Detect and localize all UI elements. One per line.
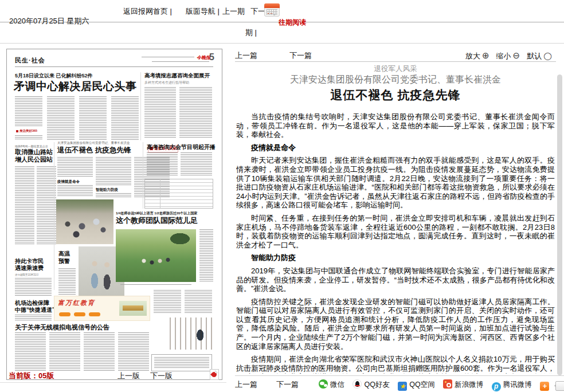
paragraph: 当抗击疫情的集结号吹响时，天津安达集团股份有限公司党委书记、董事长崔洪金闻令而动… <box>236 112 555 139</box>
share-label: 微信 <box>330 381 344 389</box>
calendar-icon[interactable] <box>264 3 280 17</box>
newsprint-text-lines <box>47 96 75 140</box>
thumb-a2-headline[interactable]: 高考填报志愿咨询全面展开 <box>144 72 210 80</box>
thumb-a3-headline[interactable]: 取消微山路站 增人民公园站 <box>15 148 53 163</box>
qzone-star-icon[interactable] <box>398 382 407 391</box>
share-more[interactable] <box>540 379 551 389</box>
header-divider <box>0 43 564 44</box>
thumb-section-label: 民生·社会 <box>15 56 45 65</box>
box: 预警 <box>58 257 70 265</box>
prev-page-link[interactable]: 上一版 <box>117 371 140 381</box>
article-kicker: 退役军人风采 <box>235 64 556 74</box>
newsprint-text-lines <box>96 193 131 197</box>
nav-home-link[interactable]: 返回报网首页 | <box>123 6 172 17</box>
newsprint-text-lines <box>49 332 80 371</box>
newsprint-text-lines <box>57 185 93 197</box>
thumb-a4-headline[interactable]: 退伍不褪色 抗疫急先锋 <box>57 146 131 155</box>
thumb-a7-note: 持卡期限至10月31日 <box>15 273 39 276</box>
newsprint-text-lines <box>79 96 107 140</box>
prev-article-link-top[interactable]: 上一篇 <box>235 50 257 61</box>
thumb-a6-headline[interactable]: 这个教师团队国际范儿足 <box>116 215 198 226</box>
next-page-link[interactable]: 下一版 <box>150 371 173 381</box>
zoom-out-button[interactable]: 缩小 <box>496 52 511 60</box>
thumb-a8-headline[interactable]: 机场边检保障 中德“快捷通道” <box>15 300 55 313</box>
share-qq[interactable]: QQ好友 <box>352 379 389 389</box>
zoom-controls: 放大⊕缩小⊖默认◯ <box>465 50 552 61</box>
calendar-dots <box>268 13 269 14</box>
zoom-in-button[interactable]: 放大 <box>465 52 480 60</box>
section-heading: 疫情就是命令 <box>236 143 555 152</box>
box: 机场边检保障 <box>15 300 55 307</box>
nav-next-issue-link-part1[interactable]: 下一 <box>250 6 265 17</box>
left-footer-divider <box>0 382 226 383</box>
newsprint-text-lines <box>118 332 149 371</box>
thumb-header-rule <box>15 66 213 67</box>
pdf-icon[interactable] <box>210 369 219 380</box>
share-label: 腾讯微博 <box>503 381 532 389</box>
newspaper-thumbnail[interactable]: 民生·社会 今晚报 5 5月18日设立以来 已化解纠纷52件 矛调中心解决居民心… <box>6 49 222 380</box>
share-wechat[interactable]: 微信 <box>319 379 344 389</box>
share-count[interactable]: 0 <box>555 381 564 391</box>
box: 增人民公园站 <box>15 156 53 163</box>
paragraph: 疫情防控关键之际，崔洪金发现企业研发的智能门磁可以协助做好返津人员居家隔离工作。… <box>236 297 555 351</box>
paragraph: 2019年，安达集团与中国联通合作成立了物联网智能终端联合实验室，专门进行智能居… <box>236 266 555 293</box>
newsprint-text-lines <box>15 96 42 127</box>
share-sina-weibo[interactable]: 新浪微博 <box>443 379 483 389</box>
thumb-a1-headline[interactable]: 矛调中心解决居民心头事 <box>14 79 137 94</box>
zoom-reset-button[interactable]: 默认 <box>527 52 542 60</box>
share-tencent-weibo[interactable]: 腾讯微博 <box>492 379 532 389</box>
newsprint-text-lines <box>15 315 52 320</box>
sina-weibo-icon[interactable] <box>443 379 452 389</box>
zoom-reset-icon[interactable]: ◯ <box>543 52 552 60</box>
newsprint-text-lines <box>15 332 46 371</box>
thumb-a2-subtitle: 多种方式对考生进行指导帮助 <box>144 80 189 85</box>
box: 取消微山路站 <box>15 148 53 156</box>
ad-text: 富万红教育 <box>58 299 95 307</box>
newsprint-text-lines <box>185 290 212 314</box>
newsprint-text-lines <box>181 152 212 177</box>
thumb-a10-headline[interactable]: 关于关停无线模拟电视信号的公告 <box>15 323 109 332</box>
paragraph: 时间紧、任务重，在接到任务的第一时间，崔洪金立即安排司机和车辆，凌晨就出发赶到石… <box>236 214 555 249</box>
advertisement-banner[interactable]: 富万红教育 <box>54 296 150 321</box>
newsprint-text-lines <box>84 332 115 371</box>
notice-box <box>151 354 212 371</box>
next-article-link-top[interactable]: 下一篇 <box>289 50 312 61</box>
plus-icon[interactable] <box>540 382 549 391</box>
zoom-in-icon[interactable]: ⊕ <box>482 50 489 60</box>
zoom-out-icon[interactable]: ⊖ <box>513 50 520 60</box>
thumb-a4-subhead2: 智能助力防疫 <box>96 187 118 193</box>
newsprint-text-lines <box>15 166 34 245</box>
prev-article-link-bottom[interactable]: 上一篇 <box>235 379 257 390</box>
share-label: 新浪微博 <box>455 381 483 389</box>
thumb-a5-headline[interactable]: 高考咨询大会节目明起开播 <box>147 143 216 151</box>
nav-layout-link[interactable]: 版面导航 | <box>186 6 220 17</box>
nav-prev-issue-link[interactable]: 上一期 <box>222 6 245 17</box>
newsprint-text-lines <box>147 152 178 177</box>
next-article-link-bottom[interactable]: 下一篇 <box>276 379 299 390</box>
street-crowd-photo <box>56 199 113 244</box>
article-scrollbar[interactable] <box>557 75 562 375</box>
thumb-a7-headline[interactable]: 持此卡市民 遇速乘速费 <box>15 258 44 272</box>
share-qzone[interactable]: QQ空间 <box>398 379 434 389</box>
past-issues-label[interactable]: 往期阅读 <box>279 18 306 28</box>
nav-next-issue-link-part2[interactable]: 期 | <box>245 28 257 38</box>
thumb-page-number: 5 <box>209 52 214 62</box>
newsprint-text-lines <box>199 229 213 282</box>
thumb-masthead: 今晚报 <box>197 54 210 61</box>
thumb-a4-kicker: 天津安达集团股份有限公司党委书记、董事长崔洪金 <box>57 141 130 145</box>
tencent-weibo-icon[interactable] <box>492 382 501 391</box>
epaper-page: 返回报网首页 | 版面导航 | 上一期 下一 期 | 往期阅读 2020年07月… <box>0 0 564 392</box>
wechat-icon[interactable] <box>319 379 328 389</box>
newsprint-text-lines <box>15 135 42 140</box>
bookshelf-photo <box>170 317 213 350</box>
qq-icon[interactable] <box>352 379 362 389</box>
paragraph: 昨天记者来到安达集团，握住崔洪金粗糙而强有力的双手就能感受到，这是军人的双手。疫… <box>236 156 555 210</box>
newsprint-text-lines <box>144 87 176 139</box>
share-label: QQ空间 <box>409 381 434 389</box>
ad-pill <box>59 312 70 316</box>
newsprint-text-lines <box>111 96 139 140</box>
newsprint-text-lines <box>120 284 191 286</box>
date-label: 2020年07月25日 星期六 <box>9 16 89 26</box>
box: 中德“快捷通道” <box>15 307 55 313</box>
newsprint-text-lines <box>154 357 209 369</box>
